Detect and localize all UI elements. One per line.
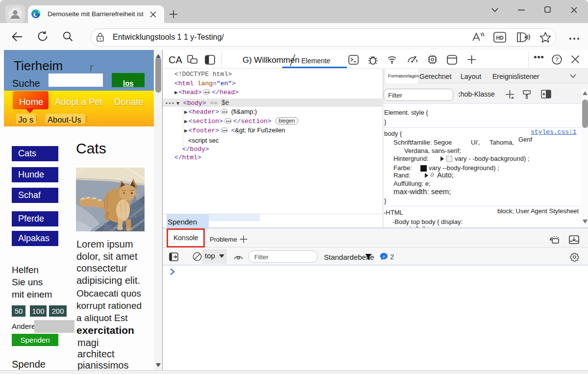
svg-text:?: ? <box>555 56 559 63</box>
svg-text:HD: HD <box>496 35 504 41</box>
